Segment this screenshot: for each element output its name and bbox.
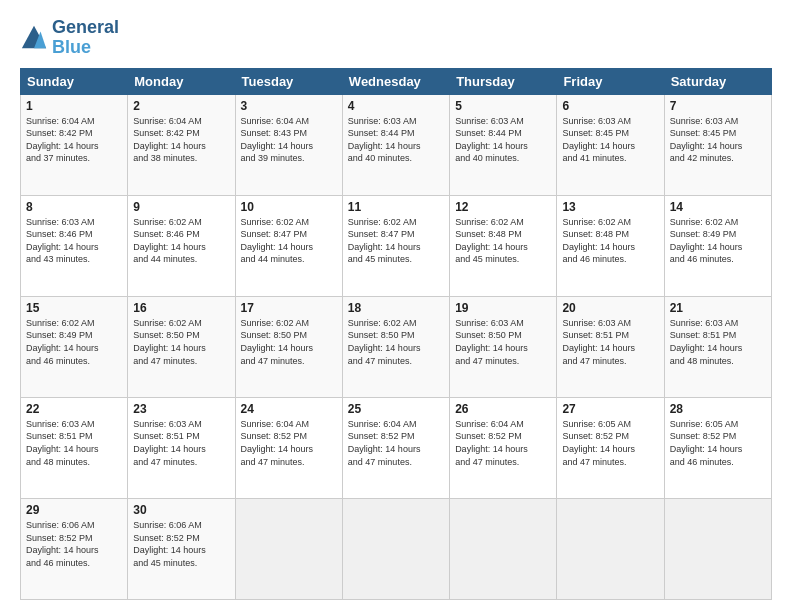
- calendar-cell: [342, 498, 449, 599]
- calendar-cell: 14Sunrise: 6:02 AM Sunset: 8:49 PM Dayli…: [664, 195, 771, 296]
- day-number: 23: [133, 402, 229, 416]
- calendar: SundayMondayTuesdayWednesdayThursdayFrid…: [20, 68, 772, 600]
- day-number: 14: [670, 200, 766, 214]
- day-info: Sunrise: 6:05 AM Sunset: 8:52 PM Dayligh…: [562, 418, 658, 468]
- calendar-cell: 3Sunrise: 6:04 AM Sunset: 8:43 PM Daylig…: [235, 94, 342, 195]
- calendar-week-1: 1Sunrise: 6:04 AM Sunset: 8:42 PM Daylig…: [21, 94, 772, 195]
- day-info: Sunrise: 6:04 AM Sunset: 8:52 PM Dayligh…: [241, 418, 337, 468]
- day-number: 15: [26, 301, 122, 315]
- day-number: 24: [241, 402, 337, 416]
- calendar-cell: 2Sunrise: 6:04 AM Sunset: 8:42 PM Daylig…: [128, 94, 235, 195]
- weekday-header-sunday: Sunday: [21, 68, 128, 94]
- day-info: Sunrise: 6:03 AM Sunset: 8:51 PM Dayligh…: [26, 418, 122, 468]
- calendar-cell: 4Sunrise: 6:03 AM Sunset: 8:44 PM Daylig…: [342, 94, 449, 195]
- day-info: Sunrise: 6:03 AM Sunset: 8:45 PM Dayligh…: [562, 115, 658, 165]
- day-number: 11: [348, 200, 444, 214]
- day-number: 17: [241, 301, 337, 315]
- day-info: Sunrise: 6:03 AM Sunset: 8:51 PM Dayligh…: [562, 317, 658, 367]
- day-info: Sunrise: 6:03 AM Sunset: 8:46 PM Dayligh…: [26, 216, 122, 266]
- day-info: Sunrise: 6:05 AM Sunset: 8:52 PM Dayligh…: [670, 418, 766, 468]
- day-info: Sunrise: 6:03 AM Sunset: 8:45 PM Dayligh…: [670, 115, 766, 165]
- calendar-cell: 19Sunrise: 6:03 AM Sunset: 8:50 PM Dayli…: [450, 296, 557, 397]
- calendar-cell: 18Sunrise: 6:02 AM Sunset: 8:50 PM Dayli…: [342, 296, 449, 397]
- day-number: 27: [562, 402, 658, 416]
- day-number: 16: [133, 301, 229, 315]
- day-info: Sunrise: 6:02 AM Sunset: 8:47 PM Dayligh…: [241, 216, 337, 266]
- calendar-cell: 16Sunrise: 6:02 AM Sunset: 8:50 PM Dayli…: [128, 296, 235, 397]
- calendar-cell: 5Sunrise: 6:03 AM Sunset: 8:44 PM Daylig…: [450, 94, 557, 195]
- day-info: Sunrise: 6:02 AM Sunset: 8:49 PM Dayligh…: [670, 216, 766, 266]
- calendar-cell: [557, 498, 664, 599]
- weekday-header-thursday: Thursday: [450, 68, 557, 94]
- day-number: 3: [241, 99, 337, 113]
- day-number: 13: [562, 200, 658, 214]
- weekday-header-wednesday: Wednesday: [342, 68, 449, 94]
- day-number: 19: [455, 301, 551, 315]
- day-info: Sunrise: 6:02 AM Sunset: 8:50 PM Dayligh…: [348, 317, 444, 367]
- day-info: Sunrise: 6:02 AM Sunset: 8:48 PM Dayligh…: [455, 216, 551, 266]
- calendar-week-2: 8Sunrise: 6:03 AM Sunset: 8:46 PM Daylig…: [21, 195, 772, 296]
- calendar-cell: 26Sunrise: 6:04 AM Sunset: 8:52 PM Dayli…: [450, 397, 557, 498]
- day-info: Sunrise: 6:02 AM Sunset: 8:50 PM Dayligh…: [241, 317, 337, 367]
- calendar-cell: 23Sunrise: 6:03 AM Sunset: 8:51 PM Dayli…: [128, 397, 235, 498]
- day-number: 4: [348, 99, 444, 113]
- day-info: Sunrise: 6:04 AM Sunset: 8:43 PM Dayligh…: [241, 115, 337, 165]
- calendar-cell: [450, 498, 557, 599]
- day-number: 25: [348, 402, 444, 416]
- logo: General Blue: [20, 18, 119, 58]
- day-number: 8: [26, 200, 122, 214]
- page: General Blue SundayMondayTuesdayWednesda…: [0, 0, 792, 612]
- calendar-cell: [235, 498, 342, 599]
- weekday-header-saturday: Saturday: [664, 68, 771, 94]
- day-info: Sunrise: 6:02 AM Sunset: 8:50 PM Dayligh…: [133, 317, 229, 367]
- weekday-header-tuesday: Tuesday: [235, 68, 342, 94]
- day-info: Sunrise: 6:04 AM Sunset: 8:42 PM Dayligh…: [133, 115, 229, 165]
- day-number: 9: [133, 200, 229, 214]
- day-number: 7: [670, 99, 766, 113]
- calendar-cell: 10Sunrise: 6:02 AM Sunset: 8:47 PM Dayli…: [235, 195, 342, 296]
- calendar-cell: 6Sunrise: 6:03 AM Sunset: 8:45 PM Daylig…: [557, 94, 664, 195]
- calendar-week-4: 22Sunrise: 6:03 AM Sunset: 8:51 PM Dayli…: [21, 397, 772, 498]
- day-info: Sunrise: 6:02 AM Sunset: 8:47 PM Dayligh…: [348, 216, 444, 266]
- day-number: 20: [562, 301, 658, 315]
- calendar-cell: 9Sunrise: 6:02 AM Sunset: 8:46 PM Daylig…: [128, 195, 235, 296]
- day-info: Sunrise: 6:04 AM Sunset: 8:52 PM Dayligh…: [348, 418, 444, 468]
- day-number: 1: [26, 99, 122, 113]
- day-info: Sunrise: 6:03 AM Sunset: 8:51 PM Dayligh…: [133, 418, 229, 468]
- day-number: 6: [562, 99, 658, 113]
- day-number: 12: [455, 200, 551, 214]
- day-info: Sunrise: 6:03 AM Sunset: 8:50 PM Dayligh…: [455, 317, 551, 367]
- calendar-cell: 29Sunrise: 6:06 AM Sunset: 8:52 PM Dayli…: [21, 498, 128, 599]
- logo-text: General Blue: [52, 18, 119, 58]
- day-info: Sunrise: 6:02 AM Sunset: 8:46 PM Dayligh…: [133, 216, 229, 266]
- header: General Blue: [20, 18, 772, 58]
- calendar-body: 1Sunrise: 6:04 AM Sunset: 8:42 PM Daylig…: [21, 94, 772, 599]
- calendar-cell: 11Sunrise: 6:02 AM Sunset: 8:47 PM Dayli…: [342, 195, 449, 296]
- day-number: 30: [133, 503, 229, 517]
- calendar-cell: 21Sunrise: 6:03 AM Sunset: 8:51 PM Dayli…: [664, 296, 771, 397]
- day-number: 18: [348, 301, 444, 315]
- weekday-header-friday: Friday: [557, 68, 664, 94]
- calendar-cell: 13Sunrise: 6:02 AM Sunset: 8:48 PM Dayli…: [557, 195, 664, 296]
- day-info: Sunrise: 6:03 AM Sunset: 8:44 PM Dayligh…: [455, 115, 551, 165]
- calendar-week-5: 29Sunrise: 6:06 AM Sunset: 8:52 PM Dayli…: [21, 498, 772, 599]
- calendar-cell: 28Sunrise: 6:05 AM Sunset: 8:52 PM Dayli…: [664, 397, 771, 498]
- day-number: 22: [26, 402, 122, 416]
- calendar-cell: 1Sunrise: 6:04 AM Sunset: 8:42 PM Daylig…: [21, 94, 128, 195]
- calendar-cell: 27Sunrise: 6:05 AM Sunset: 8:52 PM Dayli…: [557, 397, 664, 498]
- day-number: 28: [670, 402, 766, 416]
- calendar-cell: 7Sunrise: 6:03 AM Sunset: 8:45 PM Daylig…: [664, 94, 771, 195]
- day-number: 5: [455, 99, 551, 113]
- day-number: 2: [133, 99, 229, 113]
- calendar-cell: 8Sunrise: 6:03 AM Sunset: 8:46 PM Daylig…: [21, 195, 128, 296]
- calendar-cell: 15Sunrise: 6:02 AM Sunset: 8:49 PM Dayli…: [21, 296, 128, 397]
- day-info: Sunrise: 6:04 AM Sunset: 8:42 PM Dayligh…: [26, 115, 122, 165]
- day-number: 26: [455, 402, 551, 416]
- calendar-cell: 25Sunrise: 6:04 AM Sunset: 8:52 PM Dayli…: [342, 397, 449, 498]
- day-info: Sunrise: 6:04 AM Sunset: 8:52 PM Dayligh…: [455, 418, 551, 468]
- calendar-cell: 20Sunrise: 6:03 AM Sunset: 8:51 PM Dayli…: [557, 296, 664, 397]
- calendar-cell: [664, 498, 771, 599]
- day-info: Sunrise: 6:03 AM Sunset: 8:44 PM Dayligh…: [348, 115, 444, 165]
- day-info: Sunrise: 6:06 AM Sunset: 8:52 PM Dayligh…: [26, 519, 122, 569]
- day-info: Sunrise: 6:06 AM Sunset: 8:52 PM Dayligh…: [133, 519, 229, 569]
